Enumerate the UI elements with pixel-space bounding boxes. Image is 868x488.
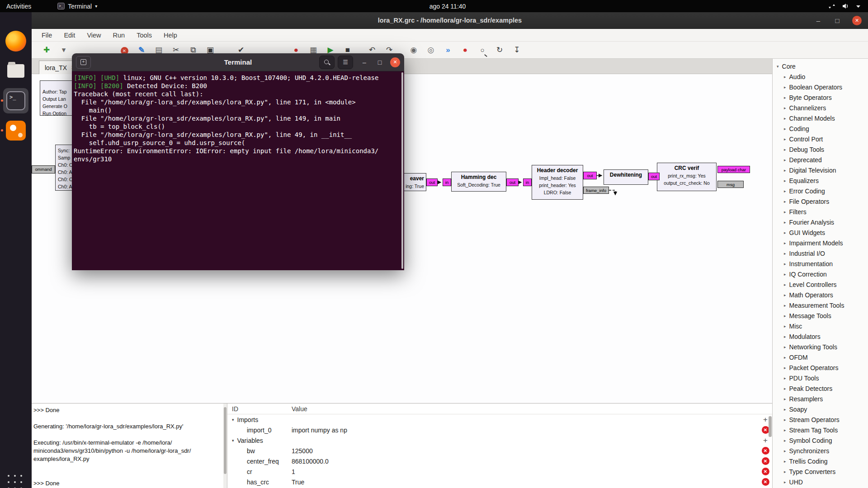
variable-row[interactable]: ▾has_crc True ✕ (227, 477, 772, 487)
expander-icon[interactable]: ▾ (232, 418, 234, 422)
block-hamming-dec[interactable]: Hamming dec Soft_Decoding: True (451, 172, 506, 192)
port-in[interactable]: in (523, 178, 532, 186)
library-category[interactable]: ▸ Level Controllers (773, 279, 868, 290)
dock-item-terminal[interactable]: >_ (5, 90, 27, 112)
close-button[interactable]: ✕ (852, 16, 862, 25)
library-category[interactable]: ▸ Stream Tag Tools (773, 425, 868, 435)
library-category[interactable]: ▸ IQ Correction (773, 269, 868, 279)
library-category[interactable]: ▸ Channelizers (773, 103, 868, 113)
library-category[interactable]: ▸ File Operators (773, 196, 868, 206)
row-action-icon[interactable]: + (763, 416, 768, 423)
terminal-scrollbar[interactable] (401, 72, 403, 269)
library-category[interactable]: ▸ Synchronizers (773, 446, 868, 456)
row-action-icon[interactable]: ✕ (762, 478, 769, 486)
library-category[interactable]: ▸ Error Coding (773, 186, 868, 196)
grc-window-titlebar[interactable]: lora_RX.grc - /home/lora/gr-lora_sdr/exa… (32, 12, 868, 29)
port-out[interactable]: out (426, 178, 438, 186)
library-category[interactable]: ▸ Message Tools (773, 310, 868, 321)
terminal-minimize-button[interactable]: – (360, 59, 368, 66)
library-category-core[interactable]: ▾ Core (773, 61, 868, 71)
library-category[interactable]: ▸ Resamplers (773, 394, 868, 404)
menu-item[interactable]: Tools (137, 32, 152, 39)
block-dewhitening[interactable]: Dewhitening (604, 169, 648, 185)
menu-item[interactable]: View (87, 32, 101, 39)
variable-row[interactable]: ▾Imports + (227, 414, 772, 425)
terminal-output[interactable]: [INFO] [UHD] linux; GNU C++ version 10.3… (72, 71, 404, 270)
library-category[interactable]: ▸ Measurement Tools (773, 300, 868, 310)
expander-icon[interactable]: ▾ (232, 438, 234, 443)
terminal-search-button[interactable] (319, 56, 335, 69)
library-category[interactable]: ▸ OFDM (773, 352, 868, 362)
enable-block-icon[interactable]: ◉ (408, 45, 420, 55)
variables-scrollbar[interactable] (769, 415, 772, 488)
port-in[interactable]: in (443, 178, 451, 186)
terminal-menu-button[interactable]: ☰ (338, 56, 353, 69)
new-dropdown-icon[interactable]: ▾ (58, 45, 70, 55)
dock-item-firefox[interactable] (5, 30, 27, 52)
port-out[interactable]: out (506, 178, 519, 186)
console-scrollbar[interactable] (223, 404, 227, 488)
row-action-icon[interactable]: ✕ (762, 457, 769, 465)
row-action-icon[interactable]: ✕ (762, 468, 769, 475)
terminal-maximize-button[interactable]: □ (376, 59, 384, 66)
scrollbar-thumb[interactable] (224, 407, 226, 474)
block-header-decoder[interactable]: Header decoder Impl_head: False print_he… (532, 165, 583, 200)
library-category[interactable]: ▸ Boolean Operators (773, 82, 868, 92)
block-library-panel[interactable]: ▾ Core ▸ Audio ▸ Boolean Operators ▸ Byt… (772, 59, 868, 488)
disable-block-icon[interactable]: ◎ (425, 45, 437, 55)
port-payload[interactable]: payload char (717, 166, 750, 173)
variable-row[interactable]: ▾import_0 import numpy as np ✕ (227, 425, 772, 435)
row-action-icon[interactable]: + (763, 436, 768, 444)
menu-item[interactable]: Run (113, 32, 125, 39)
library-category[interactable]: ▸ Channel Models (773, 113, 868, 123)
library-category[interactable]: ▸ Instrumentation (773, 258, 868, 269)
new-tab-button[interactable]: + (76, 56, 91, 69)
port-out[interactable]: out (648, 173, 660, 180)
terminal-titlebar[interactable]: Terminal + ☰ – □ ✕ (72, 53, 404, 71)
row-action-icon[interactable]: ✕ (762, 447, 769, 455)
library-category[interactable]: ▸ Symbol Coding (773, 435, 868, 446)
library-category[interactable]: ▸ Deprecated (773, 155, 868, 165)
library-category[interactable]: ▸ Peak Detectors (773, 383, 868, 394)
dock-item-files[interactable] (5, 60, 27, 82)
block-crc-verif[interactable]: CRC verif print_rx_msg: Yes output_crc_c… (657, 163, 717, 191)
library-category[interactable]: ▸ Byte Operators (773, 92, 868, 103)
focused-app-menu[interactable]: >_ Terminal ▾ (57, 3, 97, 10)
library-category[interactable]: ▸ GUI Widgets (773, 227, 868, 238)
port-msg[interactable]: msg (717, 181, 744, 188)
library-category[interactable]: ▸ Filters (773, 206, 868, 217)
library-category[interactable]: ▸ Digital Television (773, 165, 868, 175)
grc-console[interactable]: >>> DoneGenerating: '/home/lora/gr-lora_… (32, 404, 227, 488)
maximize-button[interactable]: □ (833, 17, 841, 24)
library-category[interactable]: ▸ Type Converters (773, 466, 868, 477)
menu-item[interactable]: File (42, 32, 52, 39)
terminal-window[interactable]: Terminal + ☰ – □ ✕ [INFO] [UHD] linux; G… (72, 53, 404, 270)
execute-flowgraph-icon[interactable]: » (442, 46, 454, 55)
library-category[interactable]: ▸ Audio (773, 71, 868, 82)
activities-button[interactable]: Activities (6, 3, 31, 10)
variable-row[interactable]: ▾Variables + (227, 435, 772, 446)
library-category[interactable]: ▸ Math Operators (773, 290, 868, 300)
system-menu-icon[interactable] (856, 5, 861, 8)
generate-icon[interactable]: ↧ (511, 45, 523, 55)
search-icon[interactable]: ○ (476, 46, 488, 55)
library-category[interactable]: ▸ PDU Tools (773, 373, 868, 383)
minimize-button[interactable]: – (814, 17, 822, 24)
library-category[interactable]: ▸ Equalizers (773, 175, 868, 186)
library-category[interactable]: ▸ UHD (773, 477, 868, 487)
reload-icon[interactable]: ↻ (494, 45, 505, 55)
library-category[interactable]: ▸ Packet Operators (773, 362, 868, 373)
new-flowgraph-icon[interactable]: ✚ (41, 45, 52, 55)
library-category[interactable]: ▸ Fourier Analysis (773, 217, 868, 227)
record2-icon[interactable]: ● (459, 46, 471, 55)
expander-icon[interactable]: ▾ (777, 64, 779, 69)
row-action-icon[interactable]: ✕ (762, 426, 769, 434)
show-applications-button[interactable] (8, 475, 24, 488)
port-frame-info[interactable]: frame_info (583, 187, 609, 194)
menu-item[interactable]: Help (164, 32, 177, 39)
dock-item-gnuradio[interactable] (5, 120, 27, 141)
library-category[interactable]: ▸ Stream Operators (773, 414, 868, 425)
volume-icon[interactable] (842, 3, 849, 9)
scrollbar-thumb[interactable] (769, 416, 772, 437)
library-category[interactable]: ▸ Coding (773, 123, 868, 134)
